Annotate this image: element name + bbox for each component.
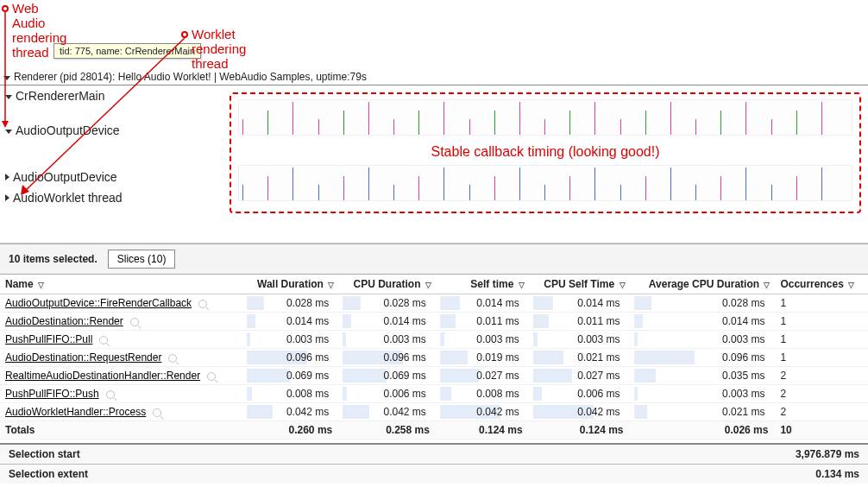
chevron-down-icon[interactable]: [3, 76, 10, 80]
magnify-icon[interactable]: [153, 408, 161, 417]
spike-track-lower[interactable]: [238, 165, 852, 201]
magnify-icon[interactable]: [207, 372, 216, 381]
slice-name-link[interactable]: AudioDestination::Render: [5, 315, 123, 327]
thread-row-crrenderermain[interactable]: CrRendererMain: [0, 85, 230, 106]
magnify-icon[interactable]: [106, 390, 115, 399]
footer-selection-start: Selection start 3,976.879 ms: [0, 443, 868, 464]
chevron-right-icon[interactable]: [5, 174, 9, 180]
thread-row-audiooutputdevice-2[interactable]: AudioOutputDevice: [0, 167, 230, 187]
slice-name-link[interactable]: AudioWorkletHandler::Process: [5, 406, 146, 418]
selection-bar: 10 items selected. Slices (10): [0, 244, 868, 275]
column-header[interactable]: CPU Self Time ▽: [530, 275, 631, 294]
thread-sidebar: CrRendererMain AudioOutputDevice tid: 77…: [0, 85, 230, 243]
thread-row-audioworklet[interactable]: AudioWorklet thread: [0, 187, 230, 208]
slice-name-link[interactable]: AudioDestination::RequestRender: [5, 351, 161, 364]
table-row[interactable]: AudioWorkletHandler::Process0.042 ms0.04…: [0, 403, 868, 421]
table-row[interactable]: PushPullFIFO::Pull0.003 ms0.003 ms0.003 …: [0, 331, 868, 349]
magnify-icon[interactable]: [99, 336, 108, 345]
table-row[interactable]: AudioOutputDevice::FireRenderCallback0.0…: [0, 294, 868, 313]
column-header[interactable]: Name ▽: [0, 275, 243, 294]
magnify-icon[interactable]: [130, 318, 139, 326]
table-row[interactable]: PushPullFIFO::Push0.008 ms0.006 ms0.008 …: [0, 385, 868, 403]
chevron-down-icon[interactable]: [5, 130, 12, 134]
column-header[interactable]: Self time ▽: [437, 275, 530, 294]
column-header[interactable]: Wall Duration ▽: [243, 275, 339, 294]
totals-row: Totals0.260 ms0.258 ms0.124 ms0.124 ms0.…: [0, 421, 868, 440]
timing-callout: Stable callback timing (looking good!): [230, 92, 861, 213]
slices-table: Name ▽Wall Duration ▽CPU Duration ▽Self …: [0, 275, 868, 440]
table-row[interactable]: RealtimeAudioDestinationHandler::Render0…: [0, 367, 868, 385]
magnify-icon[interactable]: [168, 354, 177, 363]
table-row[interactable]: AudioDestination::Render0.014 ms0.014 ms…: [0, 313, 868, 331]
timeline-area[interactable]: Stable callback timing (looking good!): [230, 85, 868, 243]
slice-name-link[interactable]: RealtimeAudioDestinationHandler::Render: [5, 370, 200, 382]
selection-count: 10 items selected.: [9, 253, 97, 265]
magnify-icon[interactable]: [198, 300, 207, 308]
slice-name-link[interactable]: AudioOutputDevice::FireRenderCallback: [5, 297, 192, 309]
footer-selection-extent: Selection extent 0.134 ms: [0, 464, 868, 484]
column-header[interactable]: CPU Duration ▽: [339, 275, 437, 294]
process-header[interactable]: Renderer (pid 28014): Hello Audio Workle…: [0, 69, 868, 85]
callout-label: Stable callback timing (looking good!): [238, 144, 852, 160]
tooltip: tid: 775, name: CrRendererMain: [53, 43, 201, 59]
tab-slices[interactable]: Slices (10): [108, 250, 176, 269]
chevron-down-icon[interactable]: [5, 95, 12, 99]
chevron-right-icon[interactable]: [5, 194, 9, 201]
slice-name-link[interactable]: PushPullFIFO::Push: [5, 388, 99, 400]
thread-row-audiooutputdevice-1[interactable]: AudioOutputDevice: [0, 120, 230, 141]
column-header[interactable]: Occurrences ▽: [775, 275, 868, 294]
column-header[interactable]: Average CPU Duration ▽: [631, 275, 776, 294]
table-row[interactable]: AudioDestination::RequestRender0.096 ms0…: [0, 349, 868, 367]
slice-name-link[interactable]: PushPullFIFO::Pull: [5, 333, 92, 345]
spike-track-upper[interactable]: [238, 99, 852, 136]
process-title: Renderer (pid 28014): Hello Audio Workle…: [14, 71, 367, 83]
